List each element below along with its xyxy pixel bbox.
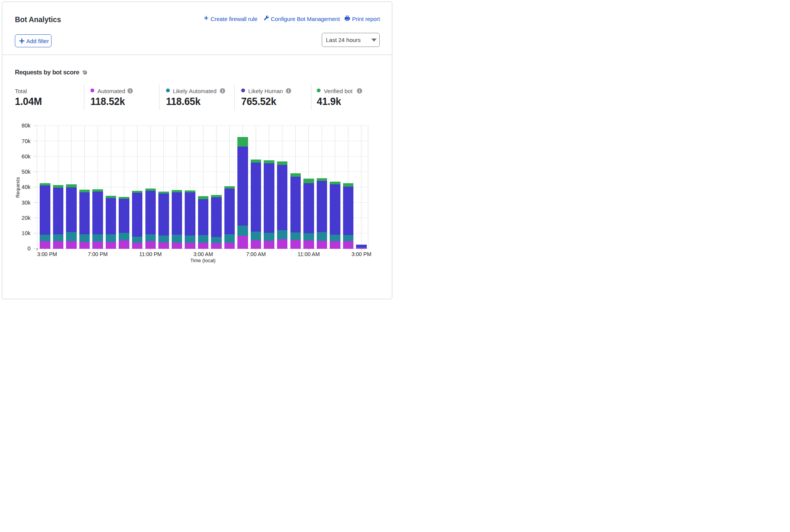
svg-text:7:00 PM: 7:00 PM	[88, 251, 108, 257]
svg-text:3:00 PM: 3:00 PM	[351, 251, 371, 257]
svg-text:20k: 20k	[22, 215, 31, 221]
svg-text:11:00 PM: 11:00 PM	[139, 251, 162, 257]
svg-text:11:00 AM: 11:00 AM	[298, 251, 320, 257]
svg-text:Requests: Requests	[15, 177, 21, 198]
svg-text:7:00 AM: 7:00 AM	[246, 251, 266, 257]
svg-text:80k: 80k	[22, 123, 31, 129]
svg-text:Time (local): Time (local)	[190, 258, 216, 263]
svg-text:70k: 70k	[22, 138, 31, 144]
svg-text:50k: 50k	[22, 169, 31, 175]
svg-text:10k: 10k	[22, 230, 31, 236]
svg-text:0: 0	[27, 245, 31, 251]
svg-text:30k: 30k	[22, 200, 31, 206]
svg-text:3:00 AM: 3:00 AM	[193, 251, 213, 257]
svg-text:40k: 40k	[22, 184, 31, 190]
svg-text:60k: 60k	[22, 153, 31, 160]
svg-text:3:00 PM: 3:00 PM	[37, 251, 57, 257]
